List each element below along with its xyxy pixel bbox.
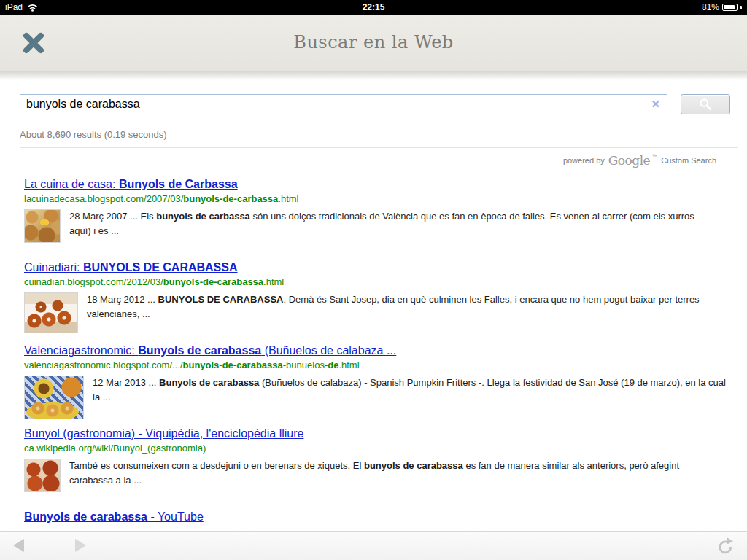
search-results-page: ✕ About 8,690 results (0.19 seconds) pow… bbox=[0, 80, 747, 531]
back-button[interactable] bbox=[13, 539, 24, 552]
results-stats: About 8,690 results (0.19 seconds) bbox=[20, 129, 167, 140]
device-label: iPad bbox=[5, 2, 23, 12]
result-body: També es consumeixen com a desdejuni o e… bbox=[24, 459, 737, 492]
refresh-icon bbox=[717, 537, 734, 556]
search-result: Valenciagastronomic: Bunyols de carabass… bbox=[24, 344, 737, 427]
close-icon bbox=[22, 31, 45, 55]
header-shadow bbox=[0, 71, 747, 80]
forward-button[interactable] bbox=[75, 539, 86, 552]
result-url: lacuinadecasa.blogspot.com/2007/03/bunyo… bbox=[24, 193, 737, 205]
magnifier-icon bbox=[699, 98, 712, 111]
status-bar-left: iPad bbox=[5, 2, 38, 12]
battery-nub bbox=[740, 6, 742, 9]
result-snippet: 28 Març 2007 ... Els bunyols de carbassa… bbox=[69, 209, 704, 243]
google-logo: Google bbox=[608, 155, 650, 167]
result-title-link[interactable]: Cuinadiari: BUNYOLS DE CARABASSA bbox=[24, 261, 238, 274]
result-snippet: 18 Març 2012 ... BUNYOLS DE CARABASSA. D… bbox=[87, 292, 721, 333]
clear-search-icon[interactable]: ✕ bbox=[651, 98, 660, 111]
powered-by-suffix: Custom Search bbox=[661, 156, 716, 165]
powered-by-prefix: powered by bbox=[563, 156, 605, 165]
result-body: 28 Març 2007 ... Els bunyols de carbassa… bbox=[24, 209, 737, 243]
search-result: Bunyol (gastronomia) - Viquipèdia, l'enc… bbox=[24, 427, 737, 510]
status-bar: iPad 22:15 81% bbox=[0, 0, 747, 15]
result-title-link[interactable]: Bunyol (gastronomia) - Viquipèdia, l'enc… bbox=[24, 427, 303, 440]
search-result: Cuinadiari: BUNYOLS DE CARABASSAcuinadia… bbox=[24, 261, 737, 344]
wifi-icon bbox=[27, 4, 38, 12]
results-list: La cuina de casa: Bunyols de Carbassalac… bbox=[24, 178, 737, 524]
result-body: 18 Març 2012 ... BUNYOLS DE CARABASSA. D… bbox=[24, 292, 737, 333]
clock: 22:15 bbox=[0, 0, 747, 15]
battery-fill bbox=[724, 5, 735, 9]
result-snippet: També es consumeixen com a desdejuni o e… bbox=[69, 459, 704, 492]
result-thumbnail-glazed-fritters-photo[interactable] bbox=[24, 459, 61, 492]
result-url: cuinadiari.blogspot.com/2012/03/bunyols-… bbox=[24, 276, 737, 288]
search-result: Bunyols de carabassa - YouTube bbox=[24, 510, 737, 524]
battery-icon bbox=[722, 4, 738, 11]
page-title: Buscar en la Web bbox=[0, 15, 747, 71]
screen: iPad 22:15 81% Buscar en la Web ✕ bbox=[0, 0, 747, 560]
bottom-toolbar bbox=[0, 531, 747, 560]
result-thumbnail-donut-rings-tray-photo[interactable] bbox=[24, 292, 78, 333]
search-input[interactable] bbox=[20, 94, 667, 114]
close-button[interactable] bbox=[21, 31, 46, 56]
status-bar-right: 81% bbox=[702, 2, 742, 12]
refresh-button[interactable] bbox=[717, 537, 734, 558]
forward-icon bbox=[75, 539, 86, 552]
result-thumbnail-fried-fritters-pile-photo[interactable] bbox=[24, 209, 61, 243]
search-bar: ✕ bbox=[20, 94, 730, 114]
result-snippet: 12 Mar 2013 ... Bunyols de carabassa (Bu… bbox=[93, 376, 727, 419]
powered-by-google: powered by Google ™ Custom Search bbox=[563, 152, 716, 168]
result-body: 12 Mar 2013 ... Bunyols de carabassa (Bu… bbox=[24, 376, 737, 419]
result-thumbnail-cup-pumpkin-fritters-photo[interactable] bbox=[24, 376, 84, 419]
battery-percent: 81% bbox=[702, 2, 719, 12]
result-title-link[interactable]: Bunyols de carabassa - YouTube bbox=[24, 510, 204, 524]
app-header: Buscar en la Web bbox=[0, 15, 747, 71]
result-title-link[interactable]: La cuina de casa: Bunyols de Carbassa bbox=[24, 178, 238, 191]
result-url: valenciagastronomic.blogspot.com/.../bun… bbox=[24, 359, 737, 371]
back-icon bbox=[13, 539, 24, 552]
result-title-link[interactable]: Valenciagastronomic: Bunyols de carabass… bbox=[24, 344, 396, 357]
search-input-wrap: ✕ bbox=[20, 94, 667, 114]
search-result: La cuina de casa: Bunyols de Carbassalac… bbox=[24, 178, 737, 261]
google-trademark: ™ bbox=[651, 153, 657, 160]
search-button[interactable] bbox=[681, 94, 730, 114]
results-divider bbox=[20, 147, 738, 148]
result-url: ca.wikipedia.org/wiki/Bunyol_(gastronomi… bbox=[24, 443, 737, 454]
